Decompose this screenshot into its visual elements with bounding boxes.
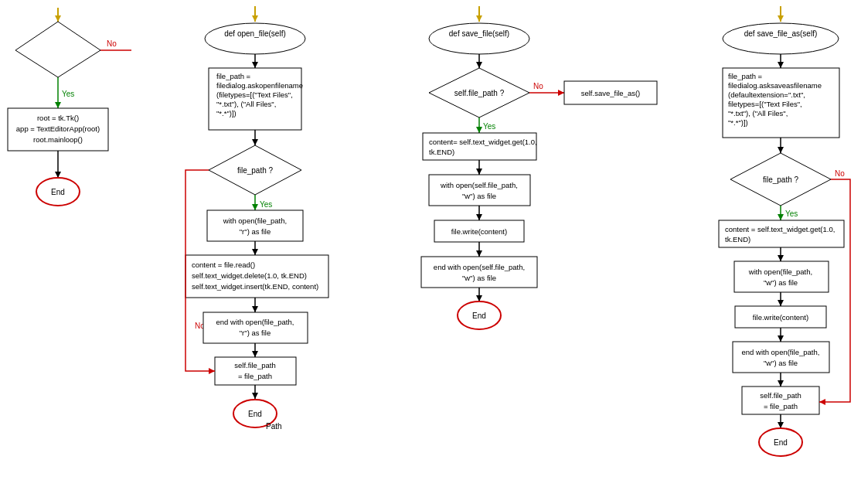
svg-text:self.file_path: self.file_path bbox=[760, 391, 801, 400]
svg-marker-120 bbox=[778, 255, 784, 261]
svg-marker-2 bbox=[15, 22, 100, 77]
svg-marker-32 bbox=[252, 204, 258, 210]
yes-label-main: Yes bbox=[62, 90, 74, 98]
svg-marker-129 bbox=[778, 335, 784, 342]
flowchart-diagram: Yes root = tk.Tk() app = TextEditorApp(r… bbox=[0, 0, 861, 504]
svg-marker-97 bbox=[778, 15, 784, 22]
path-label: Path bbox=[266, 422, 282, 431]
svg-text:with open(self.file_path,: with open(self.file_path, bbox=[440, 181, 518, 189]
svg-text:tk.END): tk.END) bbox=[429, 148, 454, 156]
svg-text:with open(file_path,: with open(file_path, bbox=[748, 267, 812, 276]
svg-marker-114 bbox=[778, 214, 784, 220]
svg-rect-130 bbox=[733, 342, 829, 373]
svg-text:= file_path: = file_path bbox=[238, 372, 272, 380]
svg-marker-55 bbox=[252, 393, 258, 399]
svg-text:filetypes=[("Text Files",: filetypes=[("Text Files", bbox=[728, 100, 802, 108]
svg-text:(filetypes=[("Text Files",: (filetypes=[("Text Files", bbox=[216, 90, 293, 99]
svg-marker-28 bbox=[252, 139, 258, 145]
svg-rect-121 bbox=[734, 261, 829, 292]
svg-text:End: End bbox=[472, 312, 486, 320]
svg-marker-84 bbox=[476, 214, 482, 220]
svg-marker-16 bbox=[252, 15, 258, 22]
svg-text:self.text_widget.insert(tk.END: self.text_widget.insert(tk.END, content) bbox=[192, 282, 318, 291]
svg-text:def open_file(self): def open_file(self) bbox=[224, 29, 286, 38]
svg-text:self.save_file_as(): self.save_file_as() bbox=[581, 89, 641, 97]
svg-marker-38 bbox=[252, 249, 258, 255]
svg-text:"w") as file: "w") as file bbox=[462, 274, 496, 282]
svg-marker-110 bbox=[778, 147, 784, 153]
svg-rect-80 bbox=[429, 175, 530, 206]
svg-marker-88 bbox=[476, 250, 482, 257]
svg-text:No: No bbox=[107, 39, 117, 48]
svg-text:No: No bbox=[533, 82, 543, 90]
svg-text:"r") as file: "r") as file bbox=[240, 227, 271, 236]
svg-text:End: End bbox=[248, 410, 262, 418]
svg-text:"w") as file: "w") as file bbox=[764, 359, 798, 367]
svg-text:self.file_path ?: self.file_path ? bbox=[454, 89, 505, 97]
svg-text:"*.txt"), ("All Files",: "*.txt"), ("All Files", bbox=[216, 100, 276, 108]
svg-text:"*.txt"), ("All Files",: "*.txt"), ("All Files", bbox=[728, 109, 788, 117]
svg-marker-58 bbox=[209, 368, 215, 374]
svg-text:end with open(file_path,: end with open(file_path, bbox=[216, 318, 294, 326]
svg-text:file.write(content): file.write(content) bbox=[753, 313, 808, 322]
svg-text:"w") as file: "w") as file bbox=[462, 192, 496, 200]
svg-text:End: End bbox=[774, 438, 788, 447]
svg-text:file_path =: file_path = bbox=[216, 72, 251, 80]
svg-text:with open(file_path,: with open(file_path, bbox=[223, 216, 287, 225]
svg-marker-4 bbox=[55, 102, 61, 108]
svg-text:"r") as file: "r") as file bbox=[240, 329, 271, 337]
svg-marker-10 bbox=[55, 172, 61, 178]
svg-marker-134 bbox=[778, 380, 784, 387]
flowchart-svg: Yes root = tk.Tk() app = TextEditorApp(r… bbox=[0, 0, 861, 504]
svg-text:"*.*")]): "*.*")]) bbox=[216, 109, 237, 117]
svg-marker-64 bbox=[476, 62, 482, 68]
svg-text:root.mainloop(): root.mainloop() bbox=[33, 135, 83, 144]
svg-text:No: No bbox=[835, 169, 845, 178]
svg-text:Yes: Yes bbox=[483, 122, 495, 131]
svg-text:filedialog.askopenfilename: filedialog.askopenfilename bbox=[216, 81, 303, 90]
svg-rect-46 bbox=[203, 312, 308, 343]
svg-marker-142 bbox=[819, 399, 825, 405]
svg-text:"w") as file: "w") as file bbox=[764, 278, 798, 287]
svg-text:root = tk.Tk(): root = tk.Tk() bbox=[37, 114, 79, 122]
svg-text:"*.*")]): "*.*")]) bbox=[728, 118, 748, 127]
svg-text:end with open(file_path,: end with open(file_path, bbox=[742, 348, 820, 356]
svg-text:self.file_path: self.file_path bbox=[234, 361, 275, 369]
svg-rect-34 bbox=[207, 210, 303, 241]
svg-text:file_path =: file_path = bbox=[728, 72, 763, 80]
svg-marker-139 bbox=[778, 422, 784, 428]
svg-text:def save_file(self): def save_file(self) bbox=[449, 29, 509, 38]
svg-marker-45 bbox=[252, 306, 258, 312]
svg-marker-20 bbox=[252, 62, 258, 68]
svg-marker-93 bbox=[476, 295, 482, 301]
svg-marker-79 bbox=[476, 169, 482, 175]
svg-point-98 bbox=[723, 23, 839, 54]
svg-marker-71 bbox=[558, 90, 564, 96]
svg-text:file.write(content): file.write(content) bbox=[451, 227, 507, 236]
svg-text:self.text_widget.delete(1.0, t: self.text_widget.delete(1.0, tk.END) bbox=[192, 271, 307, 280]
svg-text:= file_path: = file_path bbox=[764, 402, 798, 410]
svg-text:def save_file_as(self): def save_file_as(self) bbox=[744, 29, 818, 38]
svg-marker-68 bbox=[476, 127, 482, 133]
svg-text:Yes: Yes bbox=[785, 209, 798, 218]
svg-text:Yes: Yes bbox=[260, 200, 272, 209]
svg-marker-101 bbox=[778, 62, 784, 68]
svg-text:content = file.read(): content = file.read() bbox=[192, 261, 255, 269]
svg-text:file_path ?: file_path ? bbox=[237, 166, 274, 175]
svg-text:app = TextEditorApp(root): app = TextEditorApp(root) bbox=[16, 124, 100, 133]
svg-point-61 bbox=[429, 23, 529, 54]
svg-point-17 bbox=[205, 23, 305, 54]
svg-text:filedialog.asksaveasfilename: filedialog.asksaveasfilename bbox=[728, 81, 822, 90]
svg-text:(defaultextension=".txt",: (defaultextension=".txt", bbox=[728, 90, 805, 99]
svg-marker-1 bbox=[55, 15, 61, 22]
svg-marker-125 bbox=[778, 300, 784, 306]
svg-text:file_path ?: file_path ? bbox=[763, 175, 799, 184]
svg-text:content = self.text_widget.get: content = self.text_widget.get(1.0, bbox=[725, 225, 835, 233]
svg-text:content= self.text_widget.get(: content= self.text_widget.get(1.0, bbox=[429, 138, 537, 146]
svg-marker-50 bbox=[252, 351, 258, 357]
svg-text:tk.END): tk.END) bbox=[725, 235, 750, 243]
svg-rect-89 bbox=[421, 257, 537, 288]
svg-marker-60 bbox=[476, 15, 482, 22]
svg-text:end with open(self.file_path,: end with open(self.file_path, bbox=[434, 263, 525, 271]
svg-text:End: End bbox=[51, 188, 65, 196]
